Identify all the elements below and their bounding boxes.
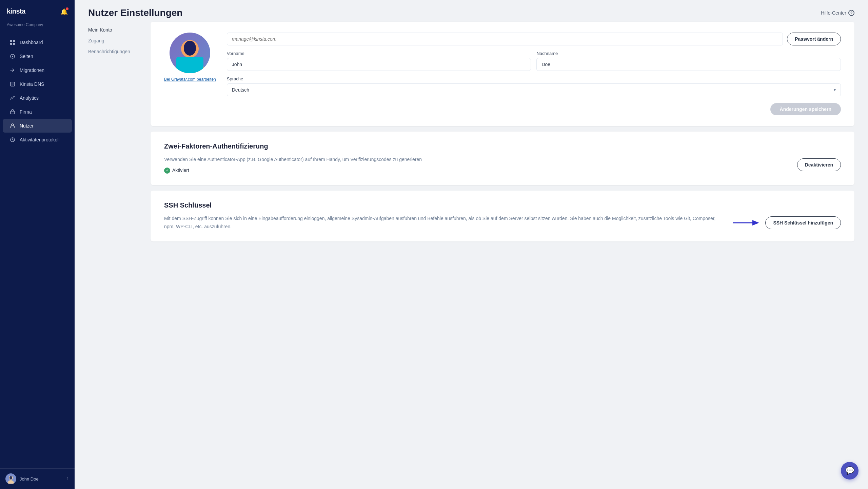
svg-rect-4 xyxy=(13,43,15,45)
save-changes-button[interactable]: Änderungen speichern xyxy=(770,103,841,115)
left-nav: Mein Konto Zugang Benachrichtigungen xyxy=(88,22,142,475)
email-input-wrapper xyxy=(227,33,783,45)
two-factor-text: Verwenden Sie eine Authenticator-App (z.… xyxy=(164,156,789,174)
first-name-label: Vorname xyxy=(227,51,531,56)
content-area: Mein Konto Zugang Benachrichtigungen xyxy=(75,22,868,489)
sidebar-item-aktivitaetenprotokoll[interactable]: Aktivitätenprotokoll xyxy=(3,133,72,146)
first-name-input[interactable] xyxy=(227,58,531,71)
avatar-large xyxy=(170,33,210,73)
name-row: Vorname Nachname xyxy=(227,51,841,71)
language-select-wrapper: Deutsch English ▼ xyxy=(227,83,841,96)
sidebar-item-label-migrationen: Migrationen xyxy=(20,67,44,73)
top-bar: Nutzer Einstellungen Hilfe-Center ? xyxy=(75,0,868,22)
profile-card: Bei Gravatar.com bearbeiten Passwort änd… xyxy=(151,22,854,126)
profile-section: Bei Gravatar.com bearbeiten Passwort änd… xyxy=(164,33,841,115)
sidebar-item-label-nutzer: Nutzer xyxy=(20,123,34,129)
last-name-label: Nachname xyxy=(536,51,841,56)
svg-point-16 xyxy=(184,41,196,56)
company-name: Awesome Company xyxy=(0,22,75,33)
sidebar: kinsta 🔔 Awesome Company Dashboard Seite… xyxy=(0,0,75,489)
notification-bell[interactable]: 🔔 xyxy=(60,8,68,16)
dashboard-icon xyxy=(9,39,16,45)
seiten-icon xyxy=(9,53,16,59)
ssh-arrow-btn-group: SSH Schlüssel hinzufügen xyxy=(733,216,841,229)
sidebar-footer: John Doe ⇧ xyxy=(0,468,75,489)
two-factor-title: Zwei-Faktoren-Authentifizierung xyxy=(164,142,841,150)
sidebar-item-label-aktivitaeten: Aktivitätenprotokoll xyxy=(20,137,60,142)
two-factor-description: Verwenden Sie eine Authenticator-App (z.… xyxy=(164,156,789,163)
profile-form: Passwort ändern Vorname Nachname xyxy=(227,33,841,115)
ssh-description: Mit dem SSH-Zugriff können Sie sich in e… xyxy=(164,215,725,231)
help-icon: ? xyxy=(848,10,854,16)
user-info: John Doe xyxy=(5,473,39,484)
sidebar-header: kinsta 🔔 xyxy=(0,0,75,22)
svg-text:kinsta: kinsta xyxy=(7,7,26,15)
help-center-link[interactable]: Hilfe-Center ? xyxy=(821,10,854,16)
sidebar-item-nutzer[interactable]: Nutzer xyxy=(3,119,72,133)
email-input[interactable] xyxy=(227,33,783,45)
language-select[interactable]: Deutsch English xyxy=(227,83,841,96)
analytics-icon xyxy=(9,95,16,101)
svg-rect-1 xyxy=(10,40,12,42)
first-name-group: Vorname xyxy=(227,51,531,71)
sidebar-user-name: John Doe xyxy=(20,476,39,482)
nutzer-icon xyxy=(9,123,16,129)
bell-dot xyxy=(66,7,68,10)
firma-icon xyxy=(9,109,16,115)
sidebar-item-label-dashboard: Dashboard xyxy=(20,40,43,45)
activation-status: ✓ Aktiviert xyxy=(164,167,789,174)
sidebar-item-label-firma: Firma xyxy=(20,109,32,115)
main-content: Nutzer Einstellungen Hilfe-Center ? Mein… xyxy=(75,0,868,489)
left-nav-benachrichtigungen[interactable]: Benachrichtigungen xyxy=(88,46,142,57)
status-label: Aktiviert xyxy=(172,167,189,174)
language-group: Sprache Deutsch English ▼ xyxy=(227,76,841,96)
add-ssh-button[interactable]: SSH Schlüssel hinzufügen xyxy=(765,216,841,229)
left-nav-mein-konto[interactable]: Mein Konto xyxy=(88,24,142,35)
svg-rect-3 xyxy=(10,43,12,45)
last-name-input[interactable] xyxy=(536,58,841,71)
sidebar-item-migrationen[interactable]: Migrationen xyxy=(3,63,72,77)
change-password-button[interactable]: Passwort ändern xyxy=(787,33,841,45)
ssh-body: Mit dem SSH-Zugriff können Sie sich in e… xyxy=(164,215,841,231)
two-factor-body: Verwenden Sie eine Authenticator-App (z.… xyxy=(164,156,841,174)
svg-point-13 xyxy=(9,476,12,480)
page-title: Nutzer Einstellungen xyxy=(88,7,182,18)
avatar-column: Bei Gravatar.com bearbeiten xyxy=(164,33,216,82)
svg-point-9 xyxy=(12,124,14,126)
left-nav-zugang[interactable]: Zugang xyxy=(88,35,142,46)
svg-point-11 xyxy=(7,480,14,484)
svg-marker-19 xyxy=(752,220,759,226)
form-actions: Änderungen speichern xyxy=(227,103,841,115)
chat-button[interactable]: 💬 xyxy=(841,462,859,480)
help-center-label: Hilfe-Center xyxy=(821,10,846,16)
sidebar-item-label-kinsta-dns: Kinsta DNS xyxy=(20,81,44,87)
chat-icon: 💬 xyxy=(845,466,854,475)
sidebar-item-seiten[interactable]: Seiten xyxy=(3,50,72,63)
sidebar-item-analytics[interactable]: Analytics xyxy=(3,91,72,105)
last-name-group: Nachname xyxy=(536,51,841,71)
svg-rect-17 xyxy=(176,57,203,73)
sidebar-nav: Dashboard Seiten Migrationen Kinsta DNS xyxy=(0,33,75,468)
sidebar-item-label-seiten: Seiten xyxy=(20,54,33,59)
dns-icon xyxy=(9,81,16,87)
check-circle-icon: ✓ xyxy=(164,168,170,174)
migrationen-icon xyxy=(9,67,16,73)
svg-point-6 xyxy=(12,56,13,57)
sidebar-item-dashboard[interactable]: Dashboard xyxy=(3,36,72,49)
gravatar-link[interactable]: Bei Gravatar.com bearbeiten xyxy=(164,77,216,82)
right-panel: Bei Gravatar.com bearbeiten Passwort änd… xyxy=(151,22,854,475)
arrow-right-icon xyxy=(733,219,760,227)
svg-rect-2 xyxy=(13,40,15,42)
user-avatar-small xyxy=(5,473,16,484)
chevron-up-icon[interactable]: ⇧ xyxy=(66,476,69,481)
two-factor-card: Zwei-Faktoren-Authentifizierung Verwende… xyxy=(151,132,854,185)
email-row: Passwort ändern xyxy=(227,33,841,45)
sidebar-item-firma[interactable]: Firma xyxy=(3,105,72,119)
ssh-title: SSH Schlüssel xyxy=(164,201,841,209)
sidebar-item-label-analytics: Analytics xyxy=(20,95,39,101)
deactivate-button[interactable]: Deaktivieren xyxy=(797,158,841,171)
aktivitaeten-icon xyxy=(9,137,16,143)
kinsta-logo: kinsta xyxy=(7,6,34,18)
sidebar-item-kinsta-dns[interactable]: Kinsta DNS xyxy=(3,77,72,91)
ssh-card: SSH Schlüssel Mit dem SSH-Zugriff können… xyxy=(151,191,854,242)
